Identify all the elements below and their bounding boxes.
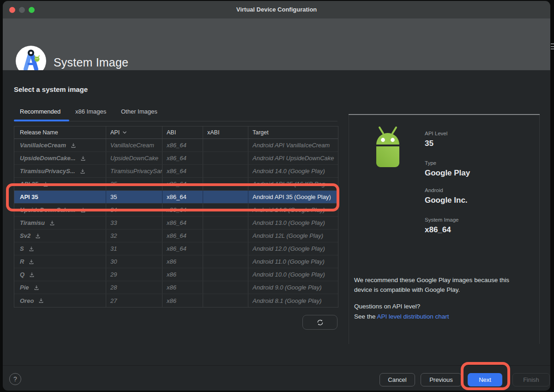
table-row[interactable]: S 31 x86_64 Android 12.0 (Google Play)	[14, 242, 338, 255]
table-row[interactable]: Pie 28 x86 Android 9.0 (Google Play)	[14, 281, 338, 294]
table-row[interactable]: R 30 x86 Android 11.0 (Google Play)	[14, 255, 338, 268]
download-icon[interactable]	[35, 233, 41, 239]
release-name-text: Oreo	[20, 297, 34, 304]
table-row[interactable]: Sv2 32 x86_64 Android 12L (Google Play)	[14, 229, 338, 242]
cell-api: 35	[106, 178, 163, 190]
cell-xabi	[203, 294, 248, 307]
download-icon[interactable]	[71, 143, 76, 148]
cancel-button[interactable]: Cancel	[379, 373, 415, 386]
cell-abi: x86_64	[163, 178, 203, 190]
download-icon[interactable]	[49, 220, 55, 226]
release-name-text: Tiramisu	[20, 219, 45, 226]
table-row[interactable]: TiramisuPrivacyS... TiramisuPrivacySandb…	[14, 165, 338, 178]
cell-target: Android 8.1 (Google Play)	[248, 294, 338, 307]
cell-release-name: TiramisuPrivacyS...	[14, 165, 106, 177]
cell-target: Android 12.0 (Google Play)	[248, 242, 338, 255]
cell-target: Android API 35 (Google Play)	[248, 191, 338, 203]
table-row[interactable]: API 35 35 x86_64 Android API 35 (Google …	[14, 191, 338, 204]
sort-chevron-down-icon	[122, 131, 127, 134]
column-header-release-name[interactable]: Release Name	[14, 127, 106, 139]
release-name-text: VanillaIceCream	[20, 142, 66, 149]
next-button[interactable]: Next	[468, 373, 502, 386]
download-icon[interactable]	[29, 272, 35, 277]
wizard-step-title: System Image	[54, 56, 128, 69]
release-name-text: S	[20, 245, 24, 252]
cell-target: Android 14.0 (Google Play)	[248, 204, 338, 216]
column-header-target[interactable]: Target	[248, 127, 338, 139]
cell-api: 32	[106, 229, 163, 242]
download-icon[interactable]	[38, 298, 44, 303]
cell-release-name: Tiramisu	[14, 217, 106, 229]
cell-xabi	[203, 191, 248, 203]
download-icon[interactable]	[43, 181, 48, 187]
release-name-text: API 35	[20, 193, 38, 200]
wizard-header: System Image	[3, 18, 550, 70]
tab-other-images[interactable]: Other Images	[121, 108, 157, 115]
download-icon[interactable]	[80, 169, 85, 174]
system-image-table: Release Name API ABI xABI Target Vanilla…	[14, 126, 338, 308]
previous-button[interactable]: Previous	[421, 373, 462, 386]
download-icon[interactable]	[34, 285, 39, 290]
field-value-android: Google Inc.	[425, 196, 468, 205]
table-row[interactable]: Q 29 x86 Android 10.0 (Google Play)	[14, 268, 338, 281]
cell-api: 34	[106, 204, 163, 216]
release-name-text: UpsideDownCake...	[20, 206, 76, 213]
tab-recommended[interactable]: Recommended	[20, 108, 60, 115]
see-the-text: See the	[354, 313, 377, 320]
cell-target: Android API 35 (16 KB Pag	[248, 178, 338, 190]
selected-tab-underline	[14, 120, 69, 121]
finish-button: Finish	[512, 373, 550, 386]
release-name-text: Pie	[20, 284, 29, 291]
api-level-question: Questions on API level?	[354, 303, 420, 310]
cell-release-name: VanillaIceCream	[14, 139, 106, 151]
cell-api: 31	[106, 242, 163, 255]
cell-target: Android API VanillaIceCream	[248, 139, 338, 151]
refresh-button[interactable]	[302, 315, 337, 330]
cell-release-name: Sv2	[14, 229, 106, 242]
cell-abi: x86_64	[163, 217, 203, 229]
cell-abi: x86_64	[163, 204, 203, 216]
table-row[interactable]: Oreo 27 x86 Android 8.1 (Google Play)	[14, 294, 338, 307]
field-label-type: Type	[425, 160, 436, 166]
cell-release-name: Q	[14, 268, 106, 281]
cell-target: Android API UpsideDownCake	[248, 152, 338, 164]
cell-release-name: API 35	[14, 178, 106, 190]
table-row[interactable]: VanillaIceCream VanillaIceCream x86_64 A…	[14, 139, 338, 152]
download-icon[interactable]	[29, 246, 34, 252]
table-row[interactable]: API 35 35 x86_64 Android API 35 (16 KB P…	[14, 178, 338, 191]
release-name-text: Q	[20, 271, 24, 278]
cell-target: Android 11.0 (Google Play)	[248, 255, 338, 268]
cell-release-name: UpsideDownCake...	[14, 152, 106, 164]
field-label-android: Android	[425, 187, 443, 193]
cell-api: 33	[106, 217, 163, 229]
cell-xabi	[203, 217, 248, 229]
api-distribution-chart-link[interactable]: API level distribution chart	[377, 313, 449, 320]
tab-x86-images[interactable]: x86 Images	[75, 108, 106, 115]
cell-abi: x86_64	[163, 139, 203, 151]
download-icon[interactable]	[29, 259, 34, 265]
details-panel-divider	[349, 114, 540, 115]
cell-xabi	[203, 178, 248, 190]
cell-target: Android 9.0 (Google Play)	[248, 281, 338, 294]
column-header-api[interactable]: API	[106, 127, 163, 139]
table-row[interactable]: Tiramisu 33 x86_64 Android 13.0 (Google …	[14, 217, 338, 229]
column-header-abi[interactable]: ABI	[163, 127, 203, 139]
background-window-artifact	[551, 43, 554, 49]
table-row[interactable]: UpsideDownCake... UpsideDownCake x86_64 …	[14, 152, 338, 165]
cell-api: 28	[106, 281, 163, 294]
cell-xabi	[203, 281, 248, 294]
cell-xabi	[203, 204, 248, 216]
table-row[interactable]: UpsideDownCake... 34 x86_64 Android 14.0…	[14, 204, 338, 217]
help-button[interactable]: ?	[9, 373, 21, 385]
release-name-text: Sv2	[20, 232, 30, 239]
download-icon[interactable]	[80, 207, 86, 213]
cell-target: Android 12L (Google Play)	[248, 229, 338, 242]
cell-abi: x86_64	[163, 152, 203, 164]
cell-api: 35	[106, 191, 163, 203]
cell-api: 29	[106, 268, 163, 281]
download-icon[interactable]	[80, 156, 86, 161]
column-header-xabi[interactable]: xABI	[203, 127, 248, 139]
cell-xabi	[203, 268, 248, 281]
cell-release-name: API 35	[14, 191, 106, 203]
cell-xabi	[203, 139, 248, 151]
